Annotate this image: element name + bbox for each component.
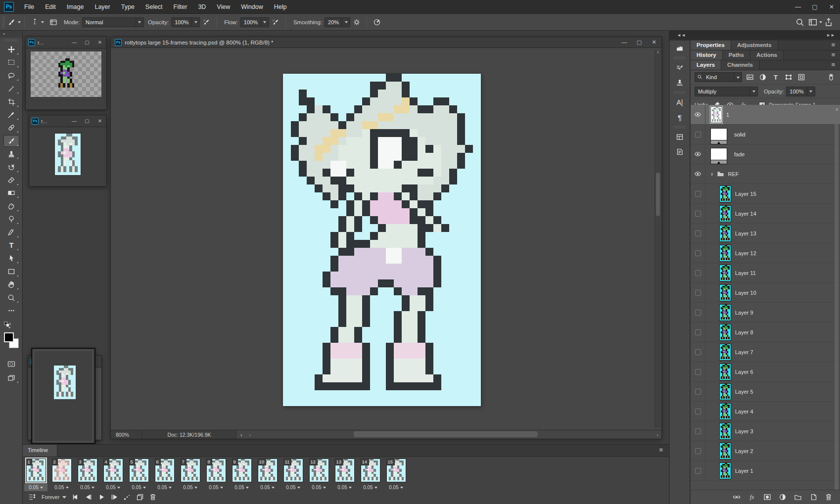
tab-timeline[interactable]: Timeline (23, 445, 57, 457)
histogram-panel-icon[interactable] (670, 41, 690, 55)
layer-row-solid[interactable]: solid (691, 125, 840, 144)
toggle-brush-panel-icon[interactable] (47, 16, 60, 29)
frame-delay-select[interactable]: 0.05 (359, 484, 382, 491)
close-window-button[interactable]: ✕ (823, 0, 840, 13)
delete-layer-icon[interactable] (823, 492, 834, 502)
layer-row-ref[interactable]: ∨REF (691, 164, 840, 184)
tool-quick-selection[interactable] (3, 83, 19, 94)
timeline-frame-9[interactable]: 90.05 (230, 458, 253, 490)
floating-window-titlebar[interactable]: Ps r... — ▢ ✕ (26, 37, 106, 48)
frame-thumbnail[interactable]: 6 (155, 458, 175, 482)
frame-delay-select[interactable]: 0.05 (24, 484, 47, 491)
tool-pen[interactable] (3, 227, 19, 238)
tool-move[interactable] (3, 44, 19, 55)
layer-thumbnail[interactable] (719, 304, 731, 321)
menu-edit[interactable]: Edit (40, 0, 61, 14)
tool-preset-brush-icon[interactable] (5, 16, 18, 29)
tool-spot-healing-brush[interactable] (3, 122, 19, 134)
frame-thumbnail[interactable]: 10 (258, 458, 278, 482)
layers-scrollbar[interactable] (834, 124, 839, 499)
tab-properties[interactable]: Properties (691, 41, 731, 50)
close-icon[interactable]: ✕ (93, 118, 106, 124)
next-frame-button[interactable] (108, 492, 121, 502)
status-expand-icon[interactable]: › (236, 432, 246, 438)
frame-delay-select[interactable]: 0.05 (101, 484, 125, 491)
layer-row-layer-1[interactable]: Layer 1 (691, 461, 840, 481)
tab-actions[interactable]: Actions (750, 50, 784, 60)
layer-thumbnail[interactable] (719, 423, 731, 440)
tool-type[interactable]: T (3, 239, 19, 251)
frame-delay-select[interactable]: 0.05 (204, 484, 228, 491)
maximize-icon[interactable]: ▢ (81, 40, 93, 45)
layer-visibility-checkbox[interactable] (691, 382, 705, 401)
layer-thumbnail[interactable] (719, 364, 731, 380)
frame-thumbnail[interactable]: 7 (181, 458, 200, 482)
timeline-frame-10[interactable]: 100.05 (256, 458, 279, 490)
filter-type-layers-icon[interactable]: T (771, 73, 781, 82)
previous-frame-button[interactable] (82, 492, 95, 502)
close-icon[interactable]: ✕ (93, 40, 106, 45)
layer-row-layer-8[interactable]: Layer 8 (691, 322, 840, 342)
maximize-icon[interactable]: ▢ (632, 39, 647, 46)
libraries-panel-icon[interactable] (670, 130, 690, 144)
scroll-up-icon[interactable]: ∧ (655, 50, 661, 57)
paragraph-panel-icon[interactable]: ¶ (670, 110, 690, 125)
frame-delay-select[interactable]: 0.05 (281, 484, 305, 491)
screen-mode-icon[interactable] (3, 372, 19, 384)
new-adjustment-layer-icon[interactable] (777, 492, 788, 502)
timeline-panel-menu-icon[interactable]: ≡ (653, 445, 669, 457)
zoom-level-field[interactable]: 800% (111, 430, 142, 439)
frame-thumbnail[interactable]: 5 (129, 458, 149, 482)
layer-thumbnail[interactable] (719, 383, 731, 400)
layer-row-layer-5[interactable]: Layer 5 (691, 382, 840, 402)
layer-row-fade[interactable]: fade (691, 144, 840, 164)
brush-pressure-size-icon[interactable] (371, 16, 383, 29)
timeline-frame-3[interactable]: 30.05 (76, 458, 99, 490)
frame-delay-select[interactable]: 0.05 (127, 484, 150, 491)
tool-lasso[interactable] (3, 70, 19, 82)
airbrush-icon[interactable] (269, 16, 282, 29)
loop-count-select[interactable]: Forever (39, 494, 69, 501)
frame-delay-select[interactable]: 0.05 (307, 484, 330, 491)
timeline-frame-6[interactable]: 60.05 (153, 458, 176, 490)
timeline-frame-1[interactable]: 10.05 (24, 458, 47, 490)
canvas[interactable] (283, 74, 481, 406)
layer-visibility-eye-icon[interactable] (691, 105, 705, 124)
layer-thumbnail[interactable] (719, 245, 731, 262)
filter-kind-select[interactable]: Kind (695, 72, 742, 82)
workspace-panel-icon[interactable] (806, 16, 819, 29)
menu-type[interactable]: Type (116, 0, 140, 14)
layer-row-layer-2[interactable]: Layer 2 (691, 441, 840, 461)
layer-visibility-checkbox[interactable] (691, 322, 705, 342)
airbrush-pressure-opacity-icon[interactable] (200, 16, 213, 29)
tween-frames-icon[interactable] (121, 492, 134, 502)
menu-3d[interactable]: 3D (192, 0, 211, 14)
tool-dodge[interactable] (3, 213, 19, 225)
timeline-frame-5[interactable]: 50.05 (127, 458, 150, 490)
frame-delay-select[interactable]: 0.05 (153, 484, 176, 491)
layer-row-layer-13[interactable]: Layer 13 (691, 224, 840, 243)
layer-opacity-select[interactable]: 100% (786, 87, 815, 96)
layer-row-layer-6[interactable]: Layer 6 (691, 362, 840, 382)
link-layers-icon[interactable] (731, 492, 742, 502)
layer-row-layer-14[interactable]: Layer 14 (691, 204, 840, 224)
layer-visibility-checkbox[interactable] (691, 402, 705, 421)
layer-visibility-checkbox[interactable] (691, 224, 705, 243)
panel-menu-icon[interactable]: ≡ (826, 60, 840, 70)
smoothing-options-gear-icon[interactable] (350, 16, 363, 29)
frame-delay-select[interactable]: 0.05 (230, 484, 253, 491)
tool-edit-toolbar[interactable] (3, 305, 19, 317)
layer-visibility-checkbox[interactable] (691, 342, 705, 362)
frame-thumbnail[interactable]: 8 (206, 458, 226, 482)
play-button[interactable] (95, 492, 108, 502)
minimize-icon[interactable]: — (68, 40, 81, 45)
frame-thumbnail[interactable]: 1 (26, 458, 46, 482)
frame-delay-select[interactable]: 0.05 (333, 484, 356, 491)
layer-thumbnail[interactable] (719, 462, 731, 479)
layer-visibility-checkbox[interactable] (691, 421, 705, 441)
first-frame-button[interactable] (69, 492, 82, 502)
layer-visibility-checkbox[interactable] (691, 283, 705, 302)
close-icon[interactable]: ✕ (647, 39, 661, 46)
share-icon[interactable] (822, 16, 835, 29)
frame-thumbnail[interactable]: 4 (103, 458, 123, 482)
